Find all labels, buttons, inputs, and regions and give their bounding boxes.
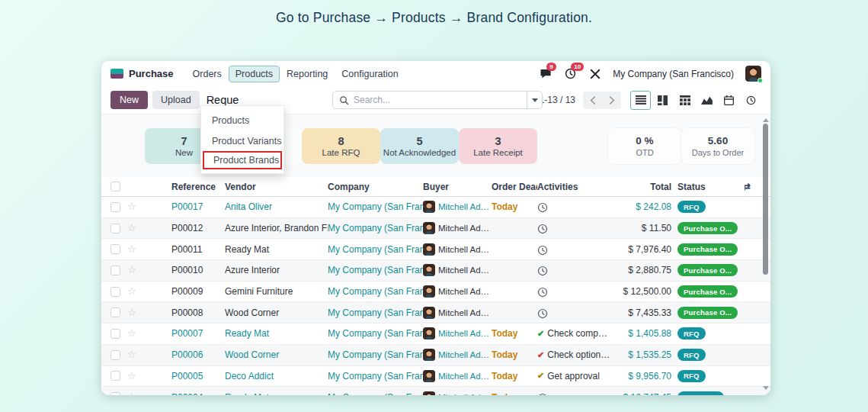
favorite-star-icon[interactable]: ☆ [127,201,136,212]
row-checkbox[interactable] [111,224,120,233]
activity-check[interactable]: ✔ Get approval [537,371,600,381]
dropdown-item-products[interactable]: Products [201,111,283,130]
activity-clock-icon[interactable] [537,201,548,213]
pager-next-button[interactable] [602,92,621,109]
scrollbar-thumb[interactable] [763,124,768,275]
stat-card[interactable]: 8 Late RFQ [302,128,380,164]
activity-label: Get approval [547,371,600,381]
favorite-star-icon[interactable]: ☆ [127,392,136,395]
messages-icon[interactable]: 9 [540,67,553,80]
table-row[interactable]: ☆ P00009 Gemini Furniture My Company (Sa… [101,282,770,303]
row-checkbox[interactable] [111,266,120,275]
stat-card[interactable]: 5 Not Acknowledged [380,128,459,164]
view-graph-button[interactable] [697,91,717,110]
header-status[interactable]: Status [671,182,745,192]
table-row[interactable]: ☆ P00010 Azure Interior My Company (San … [101,260,770,282]
scroll-down-arrow-icon[interactable] [763,386,769,390]
table-row[interactable]: ☆ P00008 Wood Corner My Company (San Fra… [101,302,770,323]
header-order-deadline[interactable]: Order Dead... [492,182,537,192]
stat-card[interactable]: 3 Late Receipt [459,128,537,164]
favorite-star-icon[interactable]: ☆ [127,223,136,233]
view-list-button[interactable] [630,91,651,110]
dropdown-item-product-variants[interactable]: Product Variants [201,132,283,150]
row-total: $ 1,405.88 [610,328,671,339]
scroll-up-arrow-icon[interactable] [763,118,769,122]
menu-reporting[interactable]: Reporting [280,66,335,82]
table-row[interactable]: ☆ P00004 Ready Mat My Company (San Franc… [101,387,770,395]
optional-columns-icon[interactable]: ⇄ [745,182,751,192]
view-calendar-button[interactable] [719,91,739,110]
activity-clock-icon[interactable] [537,222,548,234]
activity-clock-icon[interactable] [537,307,548,319]
activity-check[interactable]: ✔ Check optional produ... [537,349,610,360]
view-kanban-button[interactable] [652,91,673,110]
row-checkbox[interactable] [111,244,120,254]
row-checkbox[interactable] [111,287,120,297]
search-dropdown-toggle[interactable] [527,92,542,108]
kpi-label: Days to Order [692,148,744,157]
status-badge: RFQ [677,327,706,340]
new-button[interactable]: New [111,91,148,109]
buyer-avatar [423,307,435,319]
activity-clock-icon[interactable] [537,264,548,276]
header-total[interactable]: Total [610,182,671,192]
tools-icon[interactable] [588,67,601,80]
activity-clock-icon[interactable] [537,285,548,298]
favorite-star-icon[interactable]: ☆ [127,265,136,275]
row-checkbox[interactable] [111,307,120,317]
favorite-star-icon[interactable]: ☆ [127,371,136,381]
dropdown-item-product-brands[interactable]: Product Brands [203,151,282,169]
row-deadline: Today [492,392,537,395]
user-avatar[interactable] [745,66,761,82]
row-total: $ 16,747.45 [610,392,671,395]
pager-previous-button[interactable] [583,92,602,109]
company-switcher[interactable]: My Company (San Francisco) [613,69,734,79]
view-pivot-button[interactable] [674,91,695,110]
status-badge: RFQ [677,349,706,361]
favorite-star-icon[interactable]: ☆ [127,349,136,360]
row-reference: P00009 [147,286,225,297]
row-vendor: Azure Interior [225,265,328,275]
row-total: $ 12,500.00 [610,286,671,297]
table-row[interactable]: ☆ P00011 Ready Mat My Company (San Franc… [101,239,770,260]
select-all-checkbox[interactable] [111,182,120,192]
header-company[interactable]: Company [328,182,423,192]
favorite-star-icon[interactable]: ☆ [127,244,136,255]
kpi-value: 5.60 [708,134,728,148]
view-activity-button[interactable] [741,91,761,110]
row-checkbox[interactable] [111,202,120,212]
search-input[interactable] [354,95,527,105]
favorite-star-icon[interactable]: ☆ [127,307,136,318]
row-checkbox[interactable] [111,329,120,339]
purchase-app-icon[interactable] [111,69,123,79]
menu-orders[interactable]: Orders [186,66,229,82]
row-vendor: Anita Oliver [225,201,328,212]
table-row[interactable]: ☆ P00007 Ready Mat My Company (San Franc… [101,323,770,345]
activities-clock-icon[interactable]: 10 [564,67,577,80]
kpi-value: 0 % [636,134,653,148]
row-checkbox[interactable] [111,392,120,395]
activity-clock-icon[interactable] [537,243,548,256]
row-reference: P00011 [147,244,225,255]
upload-button[interactable]: Upload [152,91,200,109]
header-vendor[interactable]: Vendor [225,182,328,192]
vertical-scrollbar[interactable] [762,116,769,392]
table-row[interactable]: ☆ P00005 Deco Addict My Company (San Fra… [101,366,770,388]
table-row[interactable]: ☆ P00012 Azure Interior, Brandon Freem..… [101,218,770,240]
header-buyer[interactable]: Buyer [423,182,492,192]
header-reference[interactable]: Reference [147,182,225,192]
favorite-star-icon[interactable]: ☆ [127,328,136,339]
table-row[interactable]: ☆ P00017 Anita Oliver My Company (San Fr… [101,197,770,218]
app-name[interactable]: Purchase [129,68,174,79]
row-checkbox[interactable] [111,350,120,360]
row-total: $ 7,976.40 [610,244,671,255]
table-row[interactable]: ☆ P00006 Wood Corner My Company (San Fra… [101,345,770,366]
menu-configuration[interactable]: Configuration [335,66,405,82]
row-deadline: Today [492,349,537,360]
activity-check[interactable]: ✔ Check competitors [537,328,610,339]
row-checkbox[interactable] [111,371,120,381]
header-activities[interactable]: Activities [537,182,610,192]
activity-clock-icon[interactable] [537,391,548,395]
menu-products[interactable]: Products [229,66,280,82]
favorite-star-icon[interactable]: ☆ [127,286,136,297]
